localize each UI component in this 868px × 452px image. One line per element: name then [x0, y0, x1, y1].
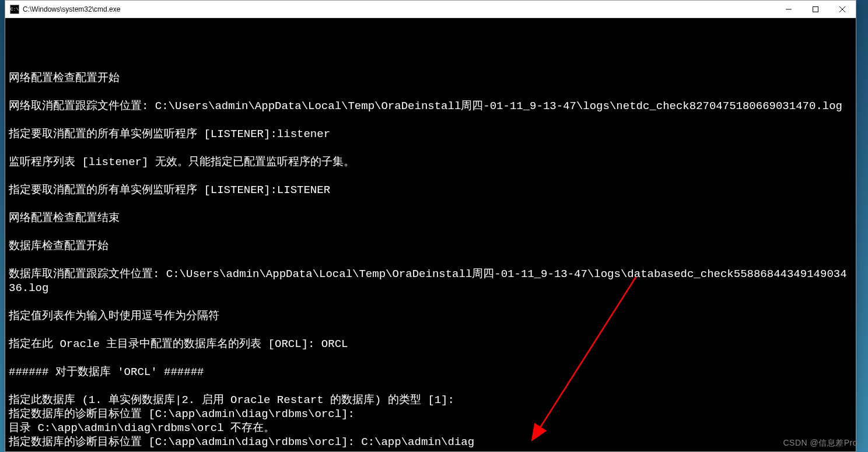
- terminal-line: 指定值列表作为输入时使用逗号作为分隔符: [9, 309, 852, 323]
- terminal-line: 目录 C:\app\admin\diag\rdbms\orcl 不存在。: [9, 421, 852, 435]
- terminal-line: [9, 43, 852, 57]
- terminal-line: [9, 379, 852, 393]
- terminal-line: 网络配置检查配置开始: [9, 71, 852, 85]
- maximize-icon: [813, 6, 818, 12]
- terminal-line: ###### 对于数据库 'ORCL' ######: [9, 365, 852, 379]
- maximize-button[interactable]: [802, 1, 829, 17]
- terminal-line: 网络配置检查配置结束: [9, 211, 852, 225]
- cmd-icon: C:\: [10, 5, 19, 14]
- close-button[interactable]: [829, 1, 856, 17]
- terminal-line: 数据库检查配置开始: [9, 239, 852, 253]
- terminal-line: 监听程序列表 [listener] 无效。只能指定已配置监听程序的子集。: [9, 155, 852, 169]
- window-title: C:\Windows\system32\cmd.exe: [23, 5, 775, 13]
- minimize-icon: [786, 6, 792, 12]
- terminal-line: [9, 85, 852, 99]
- svg-rect-1: [813, 6, 818, 12]
- terminal-line: [9, 225, 852, 239]
- terminal-line: 指定要取消配置的所有单实例监听程序 [LISTENER]:LISTENER: [9, 183, 852, 197]
- terminal-line: [9, 351, 852, 365]
- close-icon: [839, 6, 845, 12]
- terminal-line: [9, 197, 852, 211]
- watermark: CSDN @信息差Pro: [783, 438, 858, 449]
- terminal-line: [9, 323, 852, 337]
- titlebar[interactable]: C:\ C:\Windows\system32\cmd.exe: [5, 1, 856, 18]
- terminal-line: [9, 141, 852, 155]
- terminal-line: 指定此数据库 (1. 单实例数据库|2. 启用 Oracle Restart 的…: [9, 393, 852, 407]
- window-controls: [775, 1, 856, 17]
- terminal-line: 指定在此 Oracle 主目录中配置的数据库名的列表 [ORCL]: ORCL: [9, 337, 852, 351]
- terminal-line: [9, 169, 852, 183]
- cmd-window: C:\ C:\Windows\system32\cmd.exe 网络配置检查配置…: [5, 0, 856, 452]
- terminal-line: [9, 295, 852, 309]
- terminal-line: 数据库取消配置跟踪文件位置: C:\Users\admin\AppData\Lo…: [9, 267, 852, 295]
- terminal-line: 指定数据库的诊断目标位置 [C:\app\admin\diag\rdbms\or…: [9, 407, 852, 421]
- terminal-line: 指定要取消配置的所有单实例监听程序 [LISTENER]:listener: [9, 127, 852, 141]
- terminal-line: 指定数据库的诊断目标位置 [C:\app\admin\diag\rdbms\or…: [9, 435, 852, 449]
- terminal-output[interactable]: 网络配置检查配置开始 网络取消配置跟踪文件位置: C:\Users\admin\…: [5, 18, 856, 451]
- terminal-line: [9, 113, 852, 127]
- terminal-line: [9, 253, 852, 267]
- terminal-line: 网络取消配置跟踪文件位置: C:\Users\admin\AppData\Loc…: [9, 99, 852, 113]
- terminal-line: [9, 57, 852, 71]
- minimize-button[interactable]: [775, 1, 802, 17]
